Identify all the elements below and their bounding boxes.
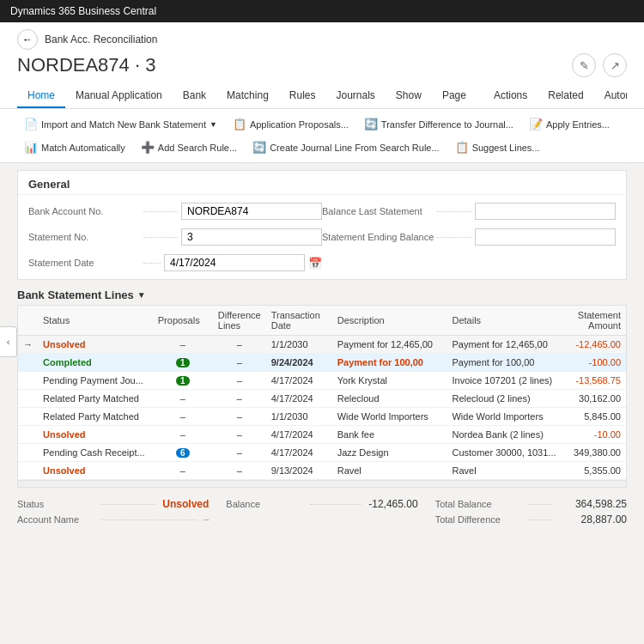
apply-icon: 📝 — [529, 118, 543, 131]
statement-date-input[interactable] — [164, 254, 305, 271]
title-bar: Dynamics 365 Business Central — [0, 0, 644, 22]
row-arrow — [18, 426, 38, 444]
row-statement-amount: 30,162.00 — [562, 390, 626, 408]
tab-actions[interactable]: Actions — [483, 84, 538, 108]
match-auto-icon: 📊 — [24, 141, 38, 154]
row-arrow — [18, 390, 38, 408]
bank-statement-table: Status Proposals DifferenceLines Transac… — [17, 305, 627, 488]
row-details: Ravel — [447, 462, 562, 480]
statement-ending-input[interactable] — [475, 228, 616, 246]
row-proposals: 1 — [153, 354, 213, 372]
table-row[interactable]: Completed 1 – 9/24/2024 Payment for 100,… — [18, 354, 626, 372]
footer-total-difference-label: Total Difference — [435, 514, 521, 525]
chevron-left-icon: ‹ — [7, 337, 10, 347]
row-status: Pending Payment Jou... — [38, 372, 153, 390]
balance-last-input[interactable] — [475, 203, 616, 220]
row-proposals: 1 — [153, 372, 213, 390]
apply-entries-button[interactable]: 📝 Apply Entries... — [522, 114, 617, 134]
tab-home[interactable]: Home — [17, 84, 65, 108]
statement-no-input[interactable] — [181, 228, 322, 246]
transfer-difference-button[interactable]: 🔄 Transfer Difference to Journal... — [357, 114, 520, 134]
import-match-button[interactable]: 📄 Import and Match New Bank Statement ▼ — [17, 114, 224, 134]
edit-button[interactable]: ✎ — [572, 53, 596, 77]
create-journal-line-button[interactable]: 🔄 Create Journal Line From Search Rule..… — [246, 137, 446, 157]
tab-automate[interactable]: Automate — [594, 84, 627, 108]
tab-manual-application[interactable]: Manual Application — [65, 84, 173, 108]
share-button[interactable]: ↗ — [603, 53, 627, 77]
row-difference-lines: – — [213, 390, 266, 408]
table-row[interactable]: Pending Payment Jou... 1 – 4/17/2024 Yor… — [18, 372, 626, 390]
row-statement-amount: 349,380.00 — [562, 444, 626, 462]
row-difference-lines: – — [213, 336, 266, 354]
tab-matching[interactable]: Matching — [216, 84, 279, 108]
suggest-lines-button[interactable]: 📋 Suggest Lines... — [448, 137, 547, 157]
add-search-icon: ➕ — [141, 141, 155, 154]
row-description: York Krystal — [332, 372, 447, 390]
row-statement-amount: 5,845.00 — [562, 408, 626, 426]
horizontal-scrollbar[interactable] — [18, 480, 626, 487]
tab-rules[interactable]: Rules — [279, 84, 326, 108]
calendar-icon[interactable]: 📅 — [308, 257, 322, 270]
bank-account-no-field: Bank Account No. — [28, 200, 322, 222]
add-search-rule-button[interactable]: ➕ Add Search Rule... — [134, 137, 244, 157]
table-row[interactable]: Related Party Matched – – 1/1/2030 Wide … — [18, 408, 626, 426]
bank-statement-lines-toggle[interactable]: Bank Statement Lines ▼ — [17, 289, 146, 301]
row-statement-amount: -13,568.75 — [562, 372, 626, 390]
side-collapse-button[interactable]: ‹ — [0, 326, 17, 357]
application-proposals-button[interactable]: 📋 Application Proposals... — [226, 114, 355, 134]
app-title: Dynamics 365 Business Central — [10, 5, 156, 17]
proposal-badge: 1 — [176, 358, 190, 368]
statement-date-field: Statement Date 📅 — [28, 252, 322, 274]
row-proposals: – — [153, 408, 213, 426]
general-section: General Bank Account No. Statement No. — [17, 170, 627, 280]
tab-show[interactable]: Show — [386, 84, 432, 108]
row-status: Related Party Matched — [38, 390, 153, 408]
footer-total-difference-field: Total Difference 28,887.00 — [435, 513, 627, 526]
statement-ending-label: Statement Ending Balance — [322, 232, 434, 242]
proposal-badge: 1 — [176, 376, 190, 386]
col-status: Status — [38, 306, 153, 336]
proposal-badge: 6 — [176, 448, 190, 458]
row-proposals: – — [153, 336, 213, 354]
row-details: Payment for 100,00 — [447, 354, 562, 372]
row-proposals: – — [153, 390, 213, 408]
table-row[interactable]: Unsolved – – 4/17/2024 Bank fee Nordea B… — [18, 426, 626, 444]
back-button[interactable]: ← — [17, 29, 38, 50]
footer-account-name-field: Account Name – — [17, 513, 209, 526]
table-row[interactable]: Pending Cash Receipt... 6 – 4/17/2024 Ja… — [18, 444, 626, 462]
footer-balance-value: -12,465.00 — [368, 498, 417, 510]
tab-bank[interactable]: Bank — [173, 84, 216, 108]
chevron-down-icon: ▼ — [137, 290, 146, 300]
row-statement-amount: -12,465.00 — [562, 336, 626, 354]
table-row[interactable]: Related Party Matched – – 4/17/2024 Rele… — [18, 390, 626, 408]
footer-total-balance-value: 364,598.25 — [558, 498, 627, 510]
proposals-icon: 📋 — [233, 118, 246, 131]
footer-status-field: Status Unsolved — [17, 498, 209, 510]
row-transaction-date: 9/24/2024 — [266, 354, 332, 372]
table-row[interactable]: Unsolved – – 9/13/2024 Ravel Ravel 5,355… — [18, 462, 626, 480]
footer-balance-label: Balance — [226, 499, 303, 509]
row-description: Bank fee — [332, 426, 447, 444]
tab-page[interactable]: Page — [432, 84, 477, 108]
footer-total-difference-value: 28,887.00 — [558, 513, 627, 526]
row-proposals: – — [153, 462, 213, 480]
footer-total-balance-label: Total Balance — [435, 499, 521, 509]
row-difference-lines: – — [213, 444, 266, 462]
row-arrow — [18, 354, 38, 372]
table-row[interactable]: → Unsolved – – 1/1/2030 Payment for 12,4… — [18, 336, 626, 354]
tab-related[interactable]: Related — [538, 84, 593, 108]
row-status: Pending Cash Receipt... — [38, 444, 153, 462]
row-difference-lines: – — [213, 372, 266, 390]
match-automatically-button[interactable]: 📊 Match Automatically — [17, 137, 132, 157]
breadcrumb: Bank Acc. Reconciliation — [45, 33, 157, 46]
row-transaction-date: 4/17/2024 — [266, 444, 332, 462]
tab-journals[interactable]: Journals — [326, 84, 386, 108]
row-details: Customer 30000, 1031... — [447, 444, 562, 462]
bank-account-no-input[interactable] — [181, 203, 322, 220]
row-arrow — [18, 462, 38, 480]
col-description: Description — [332, 306, 447, 336]
row-transaction-date: 1/1/2030 — [266, 408, 332, 426]
row-status: Completed — [38, 354, 153, 372]
row-proposals: 6 — [153, 444, 213, 462]
balance-last-label: Balance Last Statement — [322, 206, 434, 216]
